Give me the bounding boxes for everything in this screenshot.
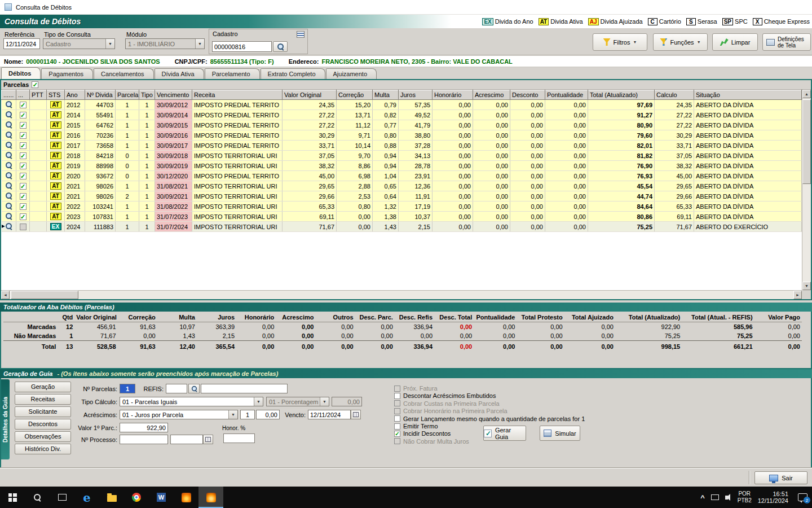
- app-button-1[interactable]: [174, 487, 198, 508]
- zoom-row-icon[interactable]: [5, 182, 12, 189]
- scroll-right-arrow[interactable]: ►: [793, 291, 802, 299]
- tab-extrato-completo[interactable]: Extrato Completo: [261, 68, 325, 79]
- scroll-left-arrow[interactable]: ◄: [1, 291, 10, 299]
- grid-col-header-acrescimo[interactable]: Acrescimo: [473, 90, 510, 100]
- scroll-thumb-horizontal[interactable]: [11, 291, 78, 299]
- row-checkbox[interactable]: ✓: [20, 112, 27, 119]
- tab-parcelamento[interactable]: Parcelamento: [205, 68, 260, 79]
- zoom-row-icon[interactable]: [5, 222, 12, 230]
- guia-side-button-geracao[interactable]: Geração: [15, 382, 71, 392]
- grid-col-header-desconto[interactable]: Desconto: [510, 90, 545, 100]
- grid-col-header-juros[interactable]: Juros: [399, 90, 433, 100]
- guia-side-button-descontos[interactable]: Descontos: [15, 419, 71, 430]
- grid-col-header-parcela[interactable]: Parcela: [116, 90, 139, 100]
- table-row[interactable]: ✓AT2017736581130/09/2017IMPOSTO PREDIAL …: [2, 141, 802, 151]
- row-checkbox[interactable]: ✓: [20, 102, 27, 108]
- guia-side-button-receitas[interactable]: Receitas: [15, 394, 71, 405]
- grid-col-header-situacao[interactable]: Situação: [694, 90, 802, 100]
- zoom-row-icon[interactable]: [5, 141, 12, 148]
- refis-search-button[interactable]: [188, 384, 200, 393]
- checkbox[interactable]: [394, 393, 400, 399]
- gerar-guia-button[interactable]: Gerar Guia: [483, 426, 526, 441]
- zoom-row-icon[interactable]: [5, 131, 12, 138]
- cadastro-search-button[interactable]: [273, 41, 288, 52]
- definicoes-tela-button[interactable]: Definições de Tela: [762, 33, 811, 51]
- grid-col-header-tipo[interactable]: Tipo: [139, 90, 155, 100]
- row-checkbox[interactable]: ✓: [20, 122, 27, 129]
- scrollbar-vertical[interactable]: ▲ ▼: [802, 90, 811, 290]
- limpar-button[interactable]: Limpar: [712, 33, 758, 51]
- simular-button[interactable]: Simular: [540, 426, 580, 441]
- funcoes-button[interactable]: Funções▼: [653, 33, 708, 51]
- zoom-row-icon[interactable]: [5, 192, 12, 199]
- parcelas-checkbox[interactable]: ✓: [32, 81, 38, 88]
- refis-input[interactable]: [166, 384, 187, 393]
- grid-col-header-ano[interactable]: Ano: [65, 90, 85, 100]
- zoom-row-icon[interactable]: [5, 161, 12, 169]
- table-row[interactable]: ✓AT2019889980130/09/2019IMPOSTO TERRITOR…: [2, 161, 802, 171]
- table-row[interactable]: ✓AT20231078311131/07/2023IMPOSTO TERRITO…: [2, 212, 802, 222]
- grid-col-header-vencimento[interactable]: Vencimento: [155, 90, 192, 100]
- table-row[interactable]: ✓AT2018842180130/09/2018IMPOSTO TERRITOR…: [2, 151, 802, 161]
- task-view-button[interactable]: [50, 487, 74, 508]
- zoom-row-icon[interactable]: [5, 111, 12, 118]
- row-checkbox[interactable]: ✓: [20, 163, 27, 169]
- tray-clock[interactable]: 16:5112/11/2024: [758, 491, 788, 504]
- sair-button[interactable]: Sair: [754, 471, 807, 484]
- guia-side-button-solicitante[interactable]: Solicitante: [15, 406, 71, 417]
- grid-col-header-[interactable]: ...: [16, 90, 30, 100]
- grid-col-header-correcao[interactable]: Correção: [337, 90, 373, 100]
- row-checkbox[interactable]: ✓: [20, 173, 27, 179]
- tray-language[interactable]: PORPTB2: [738, 491, 752, 504]
- guia-side-button-historico-div[interactable]: Histórico Div.: [15, 444, 71, 454]
- zoom-row-icon[interactable]: [5, 212, 12, 220]
- list-icon[interactable]: [297, 31, 304, 38]
- table-row[interactable]: ✓AT20221032411131/08/2022IMPOSTO TERRITO…: [2, 202, 802, 212]
- chevron-down-icon[interactable]: [254, 397, 263, 406]
- zoom-row-icon[interactable]: [5, 202, 12, 209]
- filtros-button[interactable]: Filtros▼: [593, 33, 647, 51]
- scroll-thumb-vertical[interactable]: [802, 99, 811, 184]
- scroll-down-arrow[interactable]: ▼: [802, 282, 811, 290]
- valor-parc-input[interactable]: [120, 423, 168, 432]
- tab-pagamentos[interactable]: Pagamentos: [41, 68, 93, 79]
- scroll-up-arrow[interactable]: ▲: [802, 90, 811, 98]
- tab-cancelamentos[interactable]: Cancelamentos: [94, 68, 153, 79]
- guia-checkbox-gerar-lancamento-mesmo-quando-a-quantidade-de-parcelas-for-1[interactable]: Gerar Lançamento mesmo quando a quantida…: [394, 415, 585, 422]
- table-row[interactable]: ▶EX20241118831131/07/2024IMPOSTO TERRITO…: [2, 222, 802, 232]
- tab-ajuizamento[interactable]: Ajuizamento: [326, 68, 377, 79]
- grid-col-header-pontualidade[interactable]: Pontualidade: [545, 90, 588, 100]
- chevron-down-icon[interactable]: [105, 39, 114, 49]
- processo-aux-input[interactable]: [170, 435, 203, 444]
- edge-button[interactable]: [74, 487, 99, 508]
- vencto-calendar-button[interactable]: [351, 410, 361, 419]
- tab-divida-ativa[interactable]: Dívida Ativa: [155, 68, 204, 79]
- chevron-down-icon[interactable]: [228, 410, 237, 419]
- guia-checkbox-incidir-descontos[interactable]: ✓Incidir Descontos: [394, 430, 451, 437]
- table-row[interactable]: ✓AT2014554911130/09/2014IMPOSTO PREDIAL …: [2, 110, 802, 120]
- word-button[interactable]: [149, 487, 174, 508]
- guia-checkbox-emitir-termo[interactable]: Emitir Termo: [394, 423, 438, 430]
- tab-debitos[interactable]: Débitos: [1, 67, 41, 79]
- grid-col-header-ptt[interactable]: PTT: [30, 90, 47, 100]
- zoom-row-icon[interactable]: [5, 100, 12, 108]
- row-checkbox[interactable]: ✓: [20, 132, 27, 139]
- acrescimos-select[interactable]: 01 - Juros por Parcela: [120, 410, 238, 419]
- file-explorer-button[interactable]: [99, 487, 124, 508]
- table-row[interactable]: ✓AT2020936720130/12/2020IMPOSTO PREDIAL …: [2, 171, 802, 181]
- row-checkbox[interactable]: ✓: [20, 152, 27, 159]
- tipo-calculo-select[interactable]: 01 - Parcelas Iguais: [120, 397, 263, 406]
- table-row[interactable]: ✓AT2021980261131/08/2021IMPOSTO TERRITOR…: [2, 181, 802, 191]
- row-checkbox[interactable]: [20, 224, 27, 230]
- row-checkbox[interactable]: ✓: [20, 213, 27, 220]
- app-button-2[interactable]: [198, 487, 223, 508]
- taskbar-search-button[interactable]: [25, 487, 50, 508]
- processo-input[interactable]: [120, 435, 168, 444]
- vencto-input[interactable]: [308, 410, 351, 419]
- zoom-row-icon[interactable]: [5, 151, 12, 159]
- checkbox[interactable]: [394, 415, 400, 422]
- tray-volume-icon[interactable]: [725, 496, 728, 500]
- start-button[interactable]: [0, 487, 25, 508]
- grid-col-header-multa[interactable]: Multa: [373, 90, 399, 100]
- grid-col-header-[interactable]: ......: [2, 90, 16, 100]
